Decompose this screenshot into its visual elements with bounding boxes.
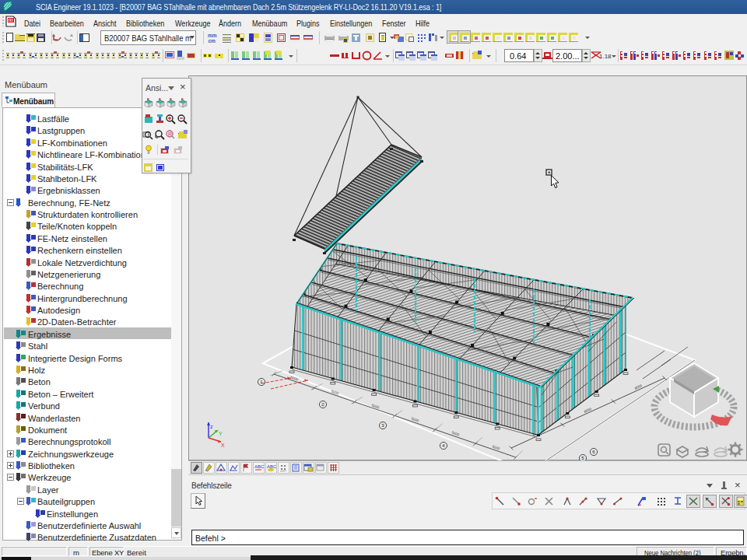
svg-text:Y: Y (219, 431, 223, 436)
svg-text:z: z (210, 424, 213, 429)
svg-text:R: R (168, 131, 172, 137)
svg-text:mm: mm (208, 33, 217, 38)
svg-text:cm: cm (209, 38, 216, 44)
svg-text:X: X (221, 443, 225, 448)
svg-text:ABC: ABC (254, 464, 264, 469)
